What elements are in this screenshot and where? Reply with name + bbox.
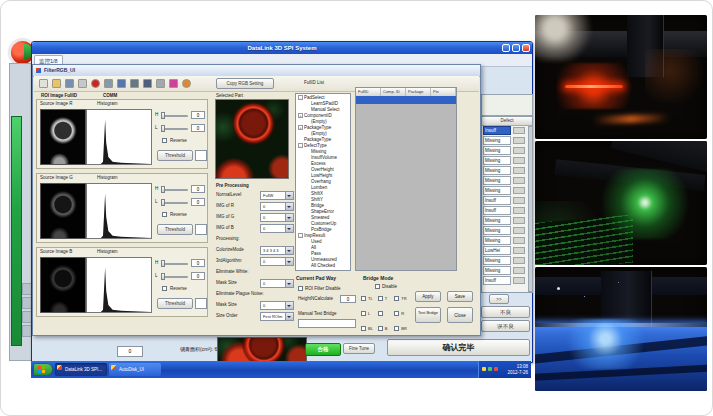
help-icon[interactable] <box>182 79 191 88</box>
bridge-direction-checkbox[interactable] <box>394 326 399 331</box>
tree-expand-icon[interactable] <box>305 203 310 208</box>
reverse-checkbox[interactable] <box>162 138 167 143</box>
defect-row[interactable]: Missing <box>483 156 527 166</box>
tree-expand-icon[interactable]: - <box>298 143 303 148</box>
tree-expand-icon[interactable] <box>305 197 310 202</box>
tree-expand-icon[interactable] <box>305 209 310 214</box>
bridge-direction-checkbox[interactable] <box>378 296 383 301</box>
bridge-direction-checkbox[interactable] <box>378 326 383 331</box>
confirm-complete-button[interactable]: 确认完毕 <box>387 339 530 356</box>
defect-row[interactable]: Insuff <box>483 206 527 216</box>
high-value-field[interactable]: 0 <box>191 111 205 119</box>
bridge-direction-checkbox[interactable] <box>394 311 399 316</box>
maximize-button[interactable] <box>512 44 520 52</box>
minimize-button[interactable] <box>502 44 510 52</box>
reverse-checkbox[interactable] <box>162 286 167 291</box>
fine-tune-button[interactable]: Fine Tune <box>343 343 375 354</box>
tray-icon[interactable] <box>488 367 492 371</box>
grid-icon[interactable] <box>117 79 126 88</box>
close-button[interactable] <box>522 44 530 52</box>
threshold-button[interactable]: Threshold <box>157 150 193 161</box>
low-slider-thumb[interactable] <box>161 273 165 280</box>
defect-row[interactable]: Insuff <box>483 126 527 136</box>
bridge-direction-checkbox[interactable] <box>361 296 366 301</box>
high-slider[interactable] <box>162 263 188 265</box>
defect-row[interactable]: Missing <box>483 216 527 226</box>
threshold-button[interactable]: Threshold <box>157 298 193 309</box>
tree-expand-icon[interactable] <box>305 101 310 106</box>
high-value-field[interactable]: 0 <box>191 259 205 267</box>
open-icon[interactable] <box>52 79 61 88</box>
tree-expand-icon[interactable] <box>305 119 310 124</box>
heightn-field[interactable]: 0 <box>340 295 356 303</box>
tree-expand-icon[interactable] <box>305 245 310 250</box>
defect-row[interactable]: Missing <box>483 166 527 176</box>
close-dialog-button[interactable]: Close <box>447 307 473 323</box>
tray-icon[interactable] <box>482 367 486 371</box>
reverse-checkbox[interactable] <box>162 212 167 217</box>
tree-expand-icon[interactable] <box>305 179 310 184</box>
taskbar-task-autodisk[interactable]: AutoDisk_UI <box>109 363 161 376</box>
save-icon[interactable] <box>65 79 74 88</box>
tree-expand-icon[interactable] <box>305 149 310 154</box>
apply-button[interactable]: Apply <box>415 291 441 302</box>
tree-expand-icon[interactable] <box>305 185 310 190</box>
roi-filter-checkbox[interactable] <box>298 286 303 291</box>
tree-expand-icon[interactable] <box>305 227 310 232</box>
tree-expand-icon[interactable] <box>305 257 310 262</box>
tree-expand-icon[interactable]: + <box>298 125 303 130</box>
record-icon[interactable] <box>91 79 100 88</box>
tree-expand-icon[interactable] <box>305 161 310 166</box>
high-slider[interactable] <box>162 189 188 191</box>
camera-icon[interactable] <box>104 79 113 88</box>
tree-expand-icon[interactable]: - <box>298 95 303 100</box>
preprocessing-dropdown[interactable]: 0 <box>260 202 294 211</box>
threshold-field[interactable] <box>195 150 207 161</box>
defect-row[interactable]: Missing <box>483 226 527 236</box>
tree-expand-icon[interactable] <box>305 107 310 112</box>
fullid-selected-row[interactable] <box>356 96 456 104</box>
low-value-field[interactable]: 0 <box>191 272 205 280</box>
rgb-icon[interactable] <box>169 79 178 88</box>
low-slider-thumb[interactable] <box>161 125 165 132</box>
tree-expand-icon[interactable] <box>305 167 310 172</box>
tree-expand-icon[interactable]: + <box>298 113 303 118</box>
high-slider-thumb[interactable] <box>161 260 165 267</box>
bridge-direction-checkbox[interactable] <box>394 296 399 301</box>
tree-item[interactable]: All Checked <box>297 263 350 269</box>
tree-expand-icon[interactable] <box>305 215 310 220</box>
defect-row[interactable]: Insuff <box>483 196 527 206</box>
tree-expand-icon[interactable] <box>305 221 310 226</box>
preprocessing-dropdown[interactable]: 0 <box>260 279 294 288</box>
preprocessing-dropdown[interactable]: 0 <box>260 257 294 266</box>
tree-expand-icon[interactable]: - <box>298 233 303 238</box>
tree-expand-icon[interactable] <box>305 251 310 256</box>
tree-expand-icon[interactable] <box>305 173 310 178</box>
high-slider-thumb[interactable] <box>161 186 165 193</box>
test-bridge-button[interactable]: Test Bridge <box>415 307 441 323</box>
more-button[interactable]: >> <box>489 294 509 304</box>
fullid-header-cell[interactable]: Pin <box>431 88 456 96</box>
tray-icon[interactable] <box>494 367 498 371</box>
preprocessing-dropdown[interactable]: FullW <box>260 191 294 200</box>
bridge-direction-checkbox[interactable] <box>361 326 366 331</box>
defect-row[interactable]: Insuff <box>483 276 527 286</box>
image-icon[interactable] <box>130 79 139 88</box>
defect-row[interactable]: Missing <box>483 186 527 196</box>
preprocessing-dropdown[interactable]: 0 <box>260 301 294 310</box>
low-slider-thumb[interactable] <box>161 199 165 206</box>
fullid-header-cell[interactable]: FullID <box>356 88 381 96</box>
defect-row[interactable]: Missing <box>483 266 527 276</box>
defect-row[interactable]: Missing <box>483 136 527 146</box>
new-icon[interactable] <box>39 79 48 88</box>
threshold-button[interactable]: Threshold <box>157 224 193 235</box>
low-value-field[interactable]: 0 <box>191 198 205 206</box>
low-slider[interactable] <box>162 202 188 204</box>
defect-button[interactable]: 不良 <box>481 306 530 318</box>
high-slider-thumb[interactable] <box>161 112 165 119</box>
threshold-field[interactable] <box>195 298 207 309</box>
bridge-disable-checkbox[interactable] <box>375 284 380 289</box>
copy-rgb-setting-button[interactable]: Copy RGB Setting <box>216 78 274 89</box>
high-value-field[interactable]: 0 <box>191 185 205 193</box>
pass-button[interactable]: 合格 <box>305 343 341 356</box>
